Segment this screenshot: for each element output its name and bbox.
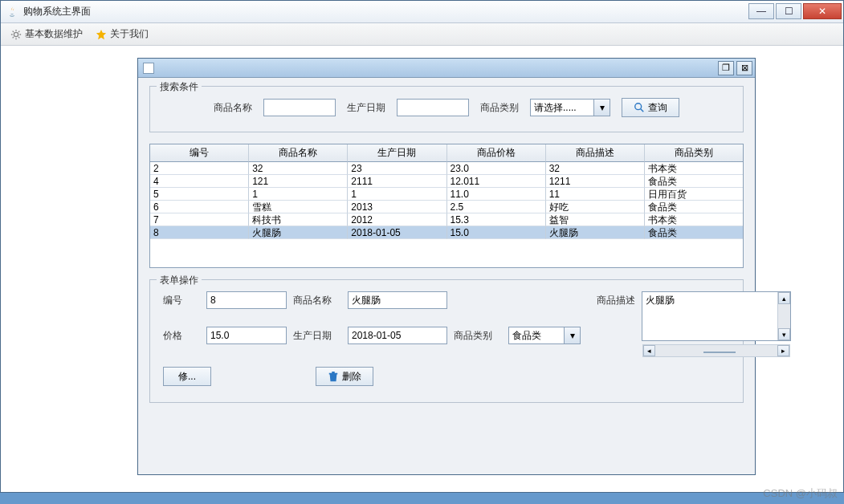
query-button[interactable]: 查询: [622, 98, 679, 117]
production-date-label: 生产日期: [347, 101, 385, 115]
table-cell: 12.011: [447, 175, 546, 188]
name-label: 商品名称: [293, 291, 341, 307]
table-cell: 2: [150, 162, 249, 175]
menubar: 基本数据维护 关于我们: [1, 23, 843, 46]
table-column-header[interactable]: 商品类别: [645, 144, 743, 162]
table-cell: 121: [249, 175, 348, 188]
menu-about-us-label: 关于我们: [110, 27, 149, 41]
close-button[interactable]: ✕: [803, 3, 842, 19]
scroll-down-icon[interactable]: ▾: [778, 328, 790, 340]
table-row[interactable]: 51111.011日用百货: [150, 188, 743, 201]
results-table[interactable]: 编号商品名称生产日期商品价格商品描述商品类别 2322323.032书本类412…: [149, 144, 744, 268]
table-cell: 8: [150, 226, 249, 239]
table-body[interactable]: 2322323.032书本类4121211112.0111211食品类51111…: [150, 162, 743, 239]
delete-button[interactable]: 删除: [316, 367, 373, 386]
table-column-header[interactable]: 生产日期: [348, 144, 446, 162]
table-cell: 书本类: [645, 213, 743, 226]
desc-hscrollbar[interactable]: ◂ ▸: [642, 344, 790, 357]
table-column-header[interactable]: 商品价格: [447, 144, 546, 162]
table-cell: 2012: [348, 213, 446, 226]
maximize-button[interactable]: ☐: [776, 3, 801, 19]
table-cell: 食品类: [645, 175, 743, 188]
form-category-value[interactable]: [508, 327, 565, 344]
internal-frame: ❐ ⊠ 搜索条件 商品名称 生产日期 商品类别 ▾: [137, 58, 756, 475]
delete-button-label: 删除: [342, 370, 361, 384]
desc-vscrollbar[interactable]: ▴ ▾: [777, 292, 790, 340]
edit-button-label: 修...: [178, 370, 196, 384]
search-group: 搜索条件 商品名称 生产日期 商品类别 ▾ 查询: [149, 86, 744, 132]
table-cell: 2.5: [447, 201, 546, 213]
table-cell: 15.3: [447, 213, 546, 226]
table-cell: 11: [546, 188, 645, 201]
internal-maximize-button[interactable]: ❐: [718, 61, 734, 75]
scroll-right-icon[interactable]: ▸: [777, 345, 789, 356]
table-cell: 6: [150, 201, 249, 213]
client-area: ❐ ⊠ 搜索条件 商品名称 生产日期 商品类别 ▾: [1, 46, 843, 492]
table-cell: 4: [150, 175, 249, 188]
table-cell: 书本类: [645, 162, 743, 175]
main-window: 购物系统主界面 — ☐ ✕ 基本数据维护 关于我们 ❐ ⊠: [0, 0, 844, 493]
price-label: 价格: [163, 327, 200, 343]
form-category-label: 商品类别: [454, 327, 502, 343]
name-input[interactable]: [348, 291, 447, 309]
query-button-label: 查询: [648, 101, 667, 115]
form-group: 表单操作 编号 商品名称 商品描述 ▴ ▾: [149, 279, 744, 403]
internal-frame-header[interactable]: ❐ ⊠: [138, 59, 755, 78]
table-row[interactable]: 4121211112.0111211食品类: [150, 175, 743, 188]
svg-point-1: [635, 104, 642, 110]
table-cell: 2018-01-05: [348, 226, 446, 239]
java-icon: [6, 6, 18, 18]
production-date-input[interactable]: [397, 99, 469, 116]
table-row[interactable]: 6雪糕20132.5好吃食品类: [150, 201, 743, 213]
table-cell: 食品类: [645, 226, 743, 239]
table-cell: 11.0: [447, 188, 546, 201]
scroll-up-icon[interactable]: ▴: [778, 292, 790, 304]
svg-point-0: [14, 32, 18, 36]
search-icon: [634, 102, 645, 113]
desc-label: 商品描述: [587, 291, 635, 307]
category-label: 商品类别: [480, 101, 519, 115]
menu-basic-data[interactable]: 基本数据维护: [4, 26, 89, 43]
search-legend: 搜索条件: [157, 80, 202, 94]
table-cell: 1211: [546, 175, 645, 188]
edit-button[interactable]: 修...: [163, 367, 211, 386]
scroll-thumb[interactable]: [703, 352, 736, 353]
menu-about-us[interactable]: 关于我们: [89, 26, 155, 43]
product-name-label: 商品名称: [214, 101, 252, 115]
id-label: 编号: [163, 291, 200, 307]
table-cell: 好吃: [546, 201, 645, 213]
window-title: 购物系统主界面: [23, 5, 91, 18]
category-select[interactable]: ▾: [530, 99, 610, 116]
scroll-left-icon[interactable]: ◂: [643, 345, 655, 356]
chevron-down-icon[interactable]: ▾: [594, 99, 610, 116]
id-input[interactable]: [206, 291, 287, 309]
price-input[interactable]: [206, 327, 287, 344]
table-cell: 火腿肠: [249, 226, 348, 239]
minimize-button[interactable]: —: [748, 3, 774, 19]
table-column-header[interactable]: 商品描述: [546, 144, 645, 162]
date-input[interactable]: [348, 327, 447, 344]
table-cell: 雪糕: [249, 201, 348, 213]
form-category-select[interactable]: ▾: [508, 327, 581, 344]
form-legend: 表单操作: [157, 274, 202, 287]
document-icon: [143, 63, 154, 74]
table-cell: 科技书: [249, 213, 348, 226]
table-header: 编号商品名称生产日期商品价格商品描述商品类别: [150, 144, 743, 162]
desc-textarea[interactable]: [642, 291, 791, 341]
table-cell: 益智: [546, 213, 645, 226]
table-cell: 23.0: [447, 162, 546, 175]
internal-close-button[interactable]: ⊠: [736, 61, 752, 75]
table-column-header[interactable]: 编号: [150, 144, 249, 162]
watermark: CSDN @小码叔: [763, 486, 838, 501]
table-column-header[interactable]: 商品名称: [249, 144, 348, 162]
table-cell: 日用百货: [645, 188, 743, 201]
table-row[interactable]: 7科技书201215.3益智书本类: [150, 213, 743, 226]
table-cell: 7: [150, 213, 249, 226]
table-row[interactable]: 8火腿肠2018-01-0515.0火腿肠食品类: [150, 226, 743, 239]
chevron-down-icon[interactable]: ▾: [565, 327, 581, 344]
product-name-input[interactable]: [263, 99, 336, 116]
table-cell: 32: [546, 162, 645, 175]
category-select-value[interactable]: [530, 99, 594, 116]
svg-line-2: [641, 109, 644, 112]
table-row[interactable]: 2322323.032书本类: [150, 162, 743, 175]
